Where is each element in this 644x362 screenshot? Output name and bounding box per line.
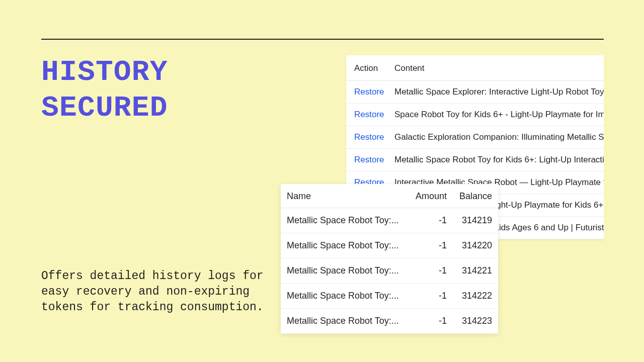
restore-link[interactable]: Restore bbox=[354, 155, 394, 165]
restore-link[interactable]: Restore bbox=[354, 87, 394, 97]
balance-amount: -1 bbox=[407, 316, 447, 326]
balance-name: Metallic Space Robot Toy:... bbox=[287, 215, 407, 226]
title-line-1: HISTORY bbox=[41, 56, 168, 88]
table-row: Metallic Space Robot Toy:... -1 314219 bbox=[281, 208, 498, 233]
restore-link[interactable]: Restore bbox=[354, 132, 394, 142]
history-content: Galactic Exploration Companion: Illumina… bbox=[394, 132, 604, 142]
balance-value: 314223 bbox=[447, 316, 492, 326]
balance-header-name: Name bbox=[287, 191, 407, 202]
balance-value: 314219 bbox=[447, 215, 492, 226]
balance-amount: -1 bbox=[407, 240, 447, 251]
history-header-content: Content bbox=[394, 63, 425, 73]
balance-value: 314220 bbox=[447, 240, 492, 251]
history-table-header: Action Content bbox=[346, 55, 604, 81]
balance-table-header: Name Amount Balance bbox=[281, 184, 498, 208]
restore-link[interactable]: Restore bbox=[354, 110, 394, 120]
balance-name: Metallic Space Robot Toy:... bbox=[287, 265, 407, 276]
balance-table: Name Amount Balance Metallic Space Robot… bbox=[281, 184, 498, 334]
table-row: Metallic Space Robot Toy:... -1 314220 bbox=[281, 233, 498, 258]
title-line-2: SECURED bbox=[41, 92, 168, 124]
history-content: Space Robot Toy for Kids 6+ - Light-Up P… bbox=[394, 110, 604, 120]
balance-amount: -1 bbox=[407, 265, 447, 276]
balance-amount: -1 bbox=[407, 291, 447, 301]
table-row: Restore Metallic Space Explorer: Interac… bbox=[346, 81, 604, 104]
balance-value: 314222 bbox=[447, 291, 492, 301]
history-header-action: Action bbox=[354, 63, 394, 73]
balance-name: Metallic Space Robot Toy:... bbox=[287, 316, 407, 326]
table-row: Restore Space Robot Toy for Kids 6+ - Li… bbox=[346, 104, 604, 126]
table-row: Restore Metallic Space Robot Toy for Kid… bbox=[346, 149, 604, 171]
balance-header-amount: Amount bbox=[407, 191, 447, 202]
table-row: Metallic Space Robot Toy:... -1 314221 bbox=[281, 258, 498, 284]
balance-name: Metallic Space Robot Toy:... bbox=[287, 240, 407, 251]
page-title: HISTORY SECURED bbox=[41, 55, 168, 126]
page-description: Offers detailed history logs for easy re… bbox=[41, 268, 273, 315]
table-row: Metallic Space Robot Toy:... -1 314223 bbox=[281, 309, 498, 334]
balance-name: Metallic Space Robot Toy:... bbox=[287, 291, 407, 301]
table-row: Metallic Space Robot Toy:... -1 314222 bbox=[281, 284, 498, 309]
balance-value: 314221 bbox=[447, 265, 492, 276]
history-content: Metallic Space Robot Toy for Kids 6+: Li… bbox=[394, 155, 604, 165]
table-row: Restore Galactic Exploration Companion: … bbox=[346, 126, 604, 149]
history-content: Metallic Space Explorer: Interactive Lig… bbox=[394, 87, 604, 97]
balance-amount: -1 bbox=[407, 215, 447, 226]
balance-header-balance: Balance bbox=[447, 191, 492, 202]
divider bbox=[41, 39, 604, 40]
